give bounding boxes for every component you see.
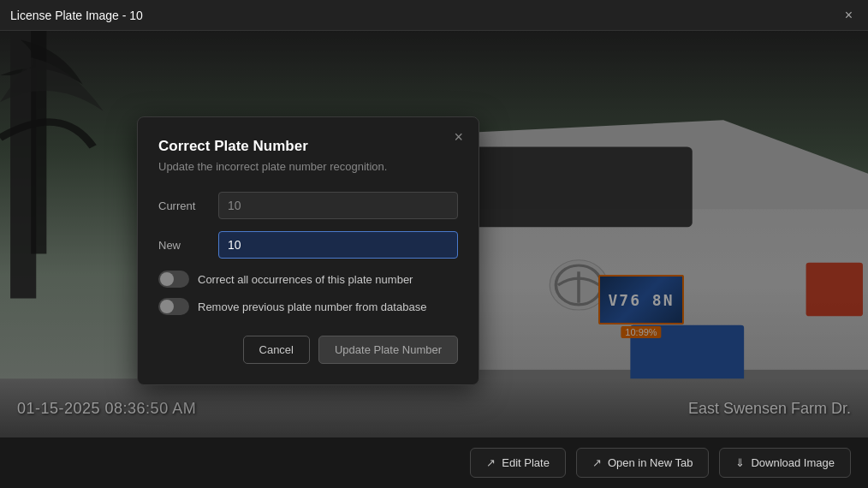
bottom-toolbar: ↗ Edit Plate ↗ Open in New Tab ⇓ Downloa… — [0, 437, 868, 488]
toggle2-label: Remove previous plate number from databa… — [198, 301, 426, 313]
open-new-tab-label: Open in New Tab — [608, 456, 693, 469]
dialog-overlay: × Correct Plate Number Update the incorr… — [0, 31, 868, 437]
edit-plate-icon: ↗ — [486, 456, 496, 469]
download-image-button[interactable]: ⇓ Download Image — [719, 448, 851, 478]
download-image-label: Download Image — [751, 456, 835, 469]
edit-plate-label: Edit Plate — [502, 456, 550, 469]
new-label: New — [158, 239, 218, 252]
dialog-title: Correct Plate Number — [158, 138, 458, 155]
window-close-button[interactable]: × — [840, 7, 858, 24]
correct-all-toggle[interactable] — [158, 271, 189, 288]
new-field-row: New — [158, 231, 458, 259]
edit-plate-button[interactable]: ↗ Edit Plate — [470, 448, 566, 478]
toggle1-row: Correct all occurrences of this plate nu… — [158, 271, 458, 288]
toggle2-row: Remove previous plate number from databa… — [158, 298, 458, 315]
dialog-subtitle: Update the incorrect plate number recogn… — [158, 160, 458, 173]
correct-plate-dialog: × Correct Plate Number Update the incorr… — [137, 116, 479, 385]
download-icon: ⇓ — [735, 456, 745, 469]
main-window: License Plate Image - 10 × — [0, 0, 868, 488]
open-new-tab-icon: ↗ — [592, 456, 602, 469]
window-title: License Plate Image - 10 — [10, 9, 143, 22]
current-field-row: Current — [158, 192, 458, 219]
toggle1-label: Correct all occurrences of this plate nu… — [198, 273, 413, 286]
cancel-button[interactable]: Cancel — [243, 336, 310, 364]
title-bar: License Plate Image - 10 × — [0, 0, 868, 31]
current-label: Current — [158, 199, 218, 212]
new-value-input[interactable] — [218, 231, 458, 259]
current-value-input — [218, 192, 458, 219]
dialog-buttons: Cancel Update Plate Number — [158, 336, 458, 364]
image-area: V76 8N 10:99% 01-15-2025 08:36:50 AM Eas… — [0, 31, 868, 437]
dialog-close-button[interactable]: × — [449, 128, 468, 146]
remove-previous-toggle[interactable] — [158, 298, 189, 315]
open-new-tab-button[interactable]: ↗ Open in New Tab — [576, 448, 710, 478]
update-plate-button[interactable]: Update Plate Number — [318, 336, 458, 364]
